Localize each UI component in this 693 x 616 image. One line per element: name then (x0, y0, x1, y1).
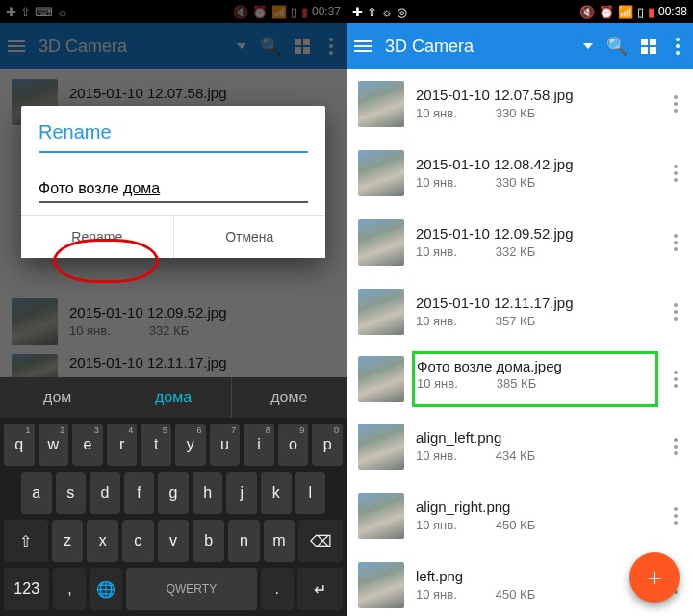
file-name: left.png (416, 568, 658, 584)
key-x[interactable]: x (87, 520, 118, 562)
key-z[interactable]: z (52, 520, 84, 562)
file-name: align_left.png (416, 429, 658, 446)
file-list[interactable]: 2015-01-10 12.07.58.jpg10 янв.330 КБ2015… (346, 69, 693, 616)
row-more-icon[interactable] (670, 367, 681, 392)
clock: 00:38 (658, 5, 687, 18)
key-c[interactable]: c (122, 520, 154, 562)
thumbnail (358, 150, 404, 196)
thumbnail (358, 424, 404, 470)
rename-button[interactable]: Rename (21, 216, 173, 258)
file-name: 2015-01-10 12.07.58.jpg (416, 87, 658, 103)
file-row[interactable]: align_right.png10 янв.450 КБ (346, 481, 693, 551)
key-j[interactable]: j (226, 472, 257, 514)
key-g[interactable]: g (158, 472, 189, 514)
key-y[interactable]: y6 (175, 424, 206, 466)
mute-icon: 🔇 (579, 6, 595, 18)
key-b[interactable]: b (192, 520, 224, 562)
key-f[interactable]: f (124, 472, 155, 514)
key-p[interactable]: p0 (312, 424, 343, 466)
key-d[interactable]: d (90, 472, 120, 514)
file-name: 2015-01-10 12.09.52.jpg (416, 225, 658, 242)
key-u[interactable]: u7 (210, 424, 241, 466)
rename-input[interactable]: Фото возле дома (38, 176, 308, 203)
file-row[interactable]: 2015-01-10 12.07.58.jpg10 янв.330 КБ (346, 69, 693, 139)
file-row[interactable]: 2015-01-10 12.11.17.jpg10 янв.357 КБ (346, 277, 693, 346)
key-i[interactable]: i8 (244, 424, 274, 466)
thumbnail (358, 493, 404, 539)
plus-icon: ✚ (352, 6, 363, 18)
key-n[interactable]: n (228, 520, 260, 562)
key-r[interactable]: r4 (107, 424, 138, 466)
more-icon[interactable] (670, 38, 685, 55)
file-name: Фото возле дома.jpeg (417, 358, 654, 374)
row-more-icon[interactable] (670, 299, 681, 324)
key-w[interactable]: w2 (38, 424, 69, 466)
app-bar: 3D Camera 🔍 (346, 23, 693, 69)
key-s[interactable]: s (56, 472, 87, 514)
key-o[interactable]: o9 (278, 424, 309, 466)
key-a[interactable]: a (21, 472, 52, 514)
dropdown-icon[interactable] (583, 43, 593, 49)
file-name: 2015-01-10 12.08.42.jpg (416, 156, 658, 172)
thumbnail (358, 219, 404, 266)
rename-dialog: Rename Фото возле дома Rename Отмена (21, 106, 325, 258)
row-more-icon[interactable] (670, 161, 681, 186)
file-row[interactable]: align_left.png10 янв.434 КБ (346, 412, 693, 481)
backspace-key[interactable]: ⌫ (298, 520, 343, 562)
thumbnail (358, 289, 404, 335)
key-e[interactable]: e3 (72, 424, 103, 466)
file-name: align_right.png (416, 499, 658, 515)
row-more-icon[interactable] (670, 503, 681, 528)
sun-icon: ☼ (381, 6, 393, 18)
suggestion[interactable]: дом (0, 377, 116, 418)
wifi-icon: 📶 (618, 6, 633, 18)
suggestion[interactable]: доме (232, 377, 346, 418)
dialog-title: Rename (38, 121, 308, 143)
battery-icon: ▮ (648, 6, 654, 18)
key-v[interactable]: v (158, 520, 190, 562)
key-q[interactable]: q1 (4, 424, 35, 466)
search-icon[interactable]: 🔍 (606, 36, 628, 57)
file-row[interactable]: 2015-01-10 12.08.42.jpg10 янв.330 КБ (346, 139, 693, 208)
space-key[interactable]: QWERTY (126, 568, 257, 610)
key-t[interactable]: t5 (141, 424, 171, 466)
key-k[interactable]: k (261, 472, 292, 514)
comma-key[interactable]: , (53, 568, 86, 610)
cancel-button[interactable]: Отмена (173, 216, 326, 258)
key-l[interactable]: l (295, 472, 326, 514)
target-icon: ◎ (397, 6, 407, 18)
grid-view-icon[interactable] (641, 38, 656, 54)
fab-add-button[interactable]: + (629, 552, 680, 603)
row-more-icon[interactable] (670, 434, 681, 459)
globe-key[interactable]: 🌐 (90, 568, 122, 610)
app-title: 3D Camera (385, 37, 570, 57)
enter-key[interactable]: ↵ (297, 568, 343, 610)
shift-key[interactable]: ⇧ (4, 520, 48, 562)
highlighted-file[interactable]: Фото возле дома.jpeg10 янв.385 КБ (412, 351, 658, 407)
thumbnail (358, 562, 404, 608)
symbols-key[interactable]: 123 (4, 568, 49, 610)
menu-icon[interactable] (354, 40, 372, 52)
row-more-icon[interactable] (670, 230, 681, 255)
file-name: 2015-01-10 12.11.17.jpg (416, 295, 658, 311)
file-row[interactable]: 2015-01-10 12.09.52.jpg10 янв.332 КБ (346, 208, 693, 277)
row-more-icon[interactable] (670, 91, 681, 116)
key-h[interactable]: h (192, 472, 223, 514)
thumbnail (358, 81, 404, 127)
keyboard: q1w2e3r4t5y6u7i8o9p0 asdfghjkl ⇧ zxcvbnm… (0, 418, 346, 616)
suggestion-active[interactable]: дома (116, 377, 231, 418)
keyboard-suggestion-bar: дом дома доме (0, 377, 346, 418)
key-m[interactable]: m (264, 520, 295, 562)
status-bar: ✚ ⇧ ☼ ◎ 🔇 ⏰ 📶 ▯ ▮ 00:38 (346, 0, 693, 23)
alarm-icon: ⏰ (599, 6, 614, 18)
thumbnail (358, 356, 404, 402)
signal-icon: ▯ (637, 6, 644, 18)
upload-icon: ⇧ (367, 6, 377, 18)
period-key[interactable]: . (261, 568, 294, 610)
